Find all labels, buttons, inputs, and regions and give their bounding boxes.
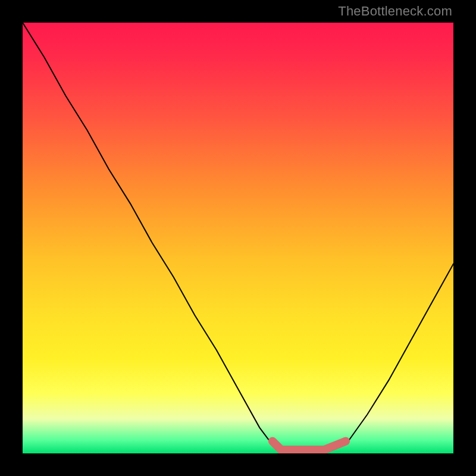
optimal-range-marker <box>273 441 346 450</box>
watermark-text: TheBottleneck.com <box>338 4 452 19</box>
curve-layer <box>23 23 453 453</box>
chart-frame: TheBottleneck.com <box>0 0 476 476</box>
bottleneck-curve <box>23 23 453 453</box>
plot-area <box>23 23 453 453</box>
